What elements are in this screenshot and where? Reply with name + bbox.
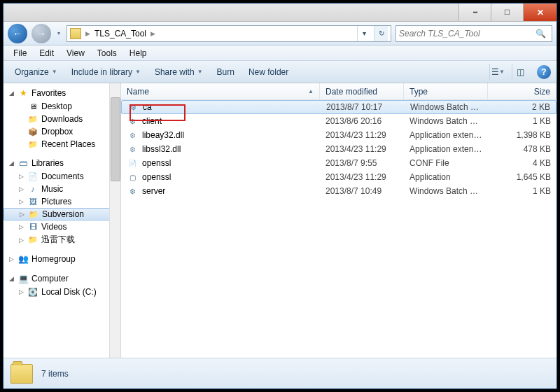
collapse-icon[interactable]: ◢ bbox=[8, 90, 15, 97]
sidebar-favorites[interactable]: ◢ ★ Favorites bbox=[4, 86, 120, 100]
include-library-button[interactable]: Include in library▼ bbox=[66, 64, 146, 80]
music-icon: ♪ bbox=[27, 183, 38, 195]
expand-icon[interactable]: ▷ bbox=[18, 223, 24, 230]
view-options-button[interactable]: ☰ ▼ bbox=[489, 64, 506, 80]
menu-help[interactable]: Help bbox=[124, 47, 153, 59]
sidebar-item-desktop[interactable]: 🖥Desktop bbox=[4, 100, 120, 113]
sidebar-item-recent[interactable]: 📁Recent Places bbox=[4, 138, 120, 150]
file-row[interactable]: ⚙libeay32.dll2013/4/23 11:29Application … bbox=[121, 128, 556, 142]
file-row[interactable]: 📄openssl2013/8/7 9:55CONF File4 KB bbox=[121, 156, 556, 170]
expand-icon[interactable]: ▷ bbox=[18, 198, 24, 205]
column-size[interactable]: Size bbox=[488, 83, 556, 99]
sidebar-item-subversion[interactable]: ▷📁Subversion bbox=[4, 208, 120, 220]
share-with-button[interactable]: Share with▼ bbox=[149, 64, 209, 80]
chevron-down-icon: ▼ bbox=[197, 69, 203, 75]
file-row[interactable]: ▢openssl2013/4/23 11:29Application1,645 … bbox=[121, 170, 556, 184]
sidebar-libraries[interactable]: ◢ 🗃 Libraries bbox=[4, 156, 120, 170]
sidebar-item-music[interactable]: ▷♪Music bbox=[4, 183, 120, 195]
navigation-pane: ◢ ★ Favorites 🖥Desktop 📁Downloads 📦Dropb… bbox=[4, 83, 121, 358]
file-date: 2013/8/7 9:55 bbox=[320, 158, 404, 168]
file-row[interactable]: ⚙ca2013/8/7 10:17Windows Batch File2 KB bbox=[121, 100, 556, 114]
file-date: 2013/8/6 20:16 bbox=[320, 116, 404, 126]
expand-icon[interactable]: ▷ bbox=[8, 255, 15, 262]
file-size: 1,645 KB bbox=[488, 172, 556, 182]
collapse-icon[interactable]: ◢ bbox=[8, 160, 15, 167]
menu-tools[interactable]: Tools bbox=[92, 47, 122, 59]
menu-edit[interactable]: Edit bbox=[34, 47, 59, 59]
file-name: ca bbox=[143, 102, 152, 112]
menu-view[interactable]: View bbox=[61, 47, 90, 59]
subversion-icon: 📁 bbox=[28, 209, 39, 220]
downloads-icon: 📁 bbox=[27, 113, 38, 125]
column-date[interactable]: Date modified bbox=[320, 83, 404, 99]
back-button[interactable]: ← bbox=[8, 24, 27, 43]
help-button[interactable]: ? bbox=[537, 65, 551, 79]
sort-asc-icon: ▲ bbox=[308, 88, 314, 94]
sidebar-item-localdisk-c[interactable]: ▷💽Local Disk (C:) bbox=[4, 286, 120, 298]
sidebar-item-downloads[interactable]: 📁Downloads bbox=[4, 113, 120, 125]
sidebar-item-dropbox[interactable]: 📦Dropbox bbox=[4, 125, 120, 138]
chevron-right-icon: ▶ bbox=[84, 30, 92, 37]
burn-button[interactable]: Burn bbox=[211, 64, 240, 80]
scrollbar-thumb[interactable] bbox=[111, 97, 120, 181]
file-row[interactable]: ⚙libssl32.dll2013/4/23 11:29Application … bbox=[121, 142, 556, 156]
search-input[interactable] bbox=[399, 29, 533, 38]
maximize-button[interactable]: ☐ bbox=[491, 4, 523, 21]
content-area: ◢ ★ Favorites 🖥Desktop 📁Downloads 📦Dropb… bbox=[4, 83, 556, 358]
expand-icon[interactable]: ▷ bbox=[18, 211, 25, 218]
preview-pane-button[interactable]: ◫ bbox=[512, 64, 528, 80]
column-headers: Name▲ Date modified Type Size bbox=[121, 83, 556, 100]
file-date: 2013/8/7 10:17 bbox=[321, 102, 405, 112]
chevron-down-icon: ▼ bbox=[135, 69, 141, 75]
history-dropdown[interactable]: ▾ bbox=[55, 27, 62, 41]
menu-file[interactable]: File bbox=[8, 47, 32, 59]
search-box[interactable]: 🔍 bbox=[396, 25, 552, 42]
videos-icon: 🎞 bbox=[27, 221, 38, 232]
sidebar-item-videos[interactable]: ▷🎞Videos bbox=[4, 220, 120, 233]
arrow-left-icon: ← bbox=[13, 28, 22, 39]
file-icon: ⚙ bbox=[127, 186, 138, 197]
file-date: 2013/8/7 10:49 bbox=[320, 186, 404, 196]
recent-icon: 📁 bbox=[27, 139, 38, 150]
file-size: 1 KB bbox=[488, 116, 556, 126]
nav-bar: ← → ▾ ▶ TLS_CA_Tool ▶ ▾ ↻ 🔍 bbox=[4, 22, 556, 46]
new-folder-button[interactable]: New folder bbox=[243, 64, 294, 80]
refresh-button[interactable]: ↻ bbox=[374, 26, 388, 41]
file-date: 2013/4/23 11:29 bbox=[320, 144, 404, 154]
sidebar-homegroup[interactable]: ▷ 👥 Homegroup bbox=[4, 252, 120, 266]
address-bar[interactable]: ▶ TLS_CA_Tool ▶ ▾ ↻ bbox=[66, 25, 391, 42]
documents-icon: 📄 bbox=[27, 171, 38, 182]
expand-icon[interactable]: ▷ bbox=[18, 173, 24, 180]
file-size: 478 KB bbox=[488, 144, 556, 154]
minimize-button[interactable]: ━ bbox=[458, 4, 491, 21]
sidebar-item-documents[interactable]: ▷📄Documents bbox=[4, 170, 120, 183]
collapse-icon[interactable]: ◢ bbox=[8, 275, 15, 282]
file-type: Application extens... bbox=[404, 144, 488, 154]
sidebar-item-pictures[interactable]: ▷🖼Pictures bbox=[4, 195, 120, 208]
file-row[interactable]: ⚙server2013/8/7 10:49Windows Batch File1… bbox=[121, 184, 556, 198]
breadcrumb-segment[interactable]: TLS_CA_Tool bbox=[94, 29, 146, 38]
file-type: CONF File bbox=[404, 158, 488, 168]
file-row[interactable]: ⚙client2013/8/6 20:16Windows Batch File1… bbox=[121, 114, 556, 128]
search-icon[interactable]: 🔍 bbox=[533, 29, 549, 38]
expand-icon[interactable]: ▷ bbox=[18, 186, 24, 192]
expand-icon[interactable]: ▷ bbox=[18, 288, 24, 295]
explorer-window: ━ ☐ ✕ ← → ▾ ▶ TLS_CA_Tool ▶ ▾ ↻ 🔍 File E… bbox=[3, 3, 557, 389]
sidebar-item-xunlei[interactable]: ▷📁迅雷下载 bbox=[4, 233, 120, 246]
file-type: Application extens... bbox=[404, 130, 488, 140]
close-button[interactable]: ✕ bbox=[523, 4, 556, 21]
libraries-icon: 🗃 bbox=[18, 158, 29, 169]
file-list-pane: Name▲ Date modified Type Size ⚙ca2013/8/… bbox=[121, 83, 556, 358]
file-type: Application bbox=[404, 172, 488, 182]
forward-button[interactable]: → bbox=[31, 24, 51, 43]
file-date: 2013/4/23 11:29 bbox=[320, 172, 404, 182]
address-dropdown[interactable]: ▾ bbox=[357, 26, 371, 41]
organize-button[interactable]: Organize▼ bbox=[9, 64, 63, 80]
file-size: 1 KB bbox=[488, 186, 556, 196]
column-type[interactable]: Type bbox=[404, 83, 488, 99]
sidebar-scrollbar[interactable] bbox=[109, 83, 120, 358]
expand-icon[interactable]: ▷ bbox=[18, 237, 24, 244]
file-name: openssl bbox=[142, 158, 171, 168]
column-name[interactable]: Name▲ bbox=[121, 83, 320, 99]
sidebar-computer[interactable]: ◢ 💻 Computer bbox=[4, 272, 120, 286]
